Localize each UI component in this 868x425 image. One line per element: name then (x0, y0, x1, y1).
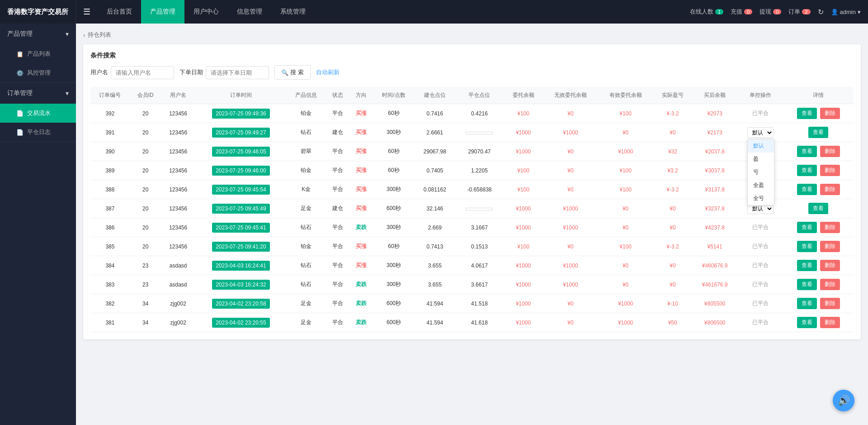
view-button[interactable]: 查看 (797, 108, 817, 119)
sidebar-header-order[interactable]: 订单管理 ▾ (0, 83, 76, 104)
view-button[interactable]: 查看 (797, 146, 817, 157)
view-button[interactable]: 查看 (808, 127, 828, 138)
table-row: 382 34 zjg002 2023-04-02 23:20:58 足金 平合 … (90, 294, 854, 313)
cell-detail: 查看 删除 (783, 104, 854, 123)
cell-detail: 查看 删除 (783, 294, 854, 313)
cell-after-balance: ¥460676.9 (692, 256, 737, 275)
cell-username: asdasd (161, 275, 195, 294)
cell-order-time: 2023-04-03 16:24:32 (195, 275, 287, 294)
nav-item-home[interactable]: 后台首页 (98, 0, 141, 24)
view-button[interactable]: 查看 (797, 241, 817, 252)
nav-item-info[interactable]: 信息管理 (228, 0, 271, 24)
sidebar-item-risk[interactable]: ⚙️ 风控管理 (0, 63, 76, 82)
op-select[interactable]: 默认盈亏全盈全亏 (747, 127, 774, 138)
single-op-dropdown[interactable]: 默认盈亏全盈全亏 (747, 139, 774, 205)
cell-valid-delegate: ¥0 (598, 123, 653, 142)
delete-button[interactable]: 删除 (820, 260, 840, 271)
date-input[interactable] (206, 66, 269, 79)
username-input[interactable] (111, 66, 174, 79)
cell-direction: 买涨 (349, 237, 373, 256)
cell-order-no: 389 (90, 161, 130, 180)
cell-delegate: ¥1000 (504, 313, 543, 332)
cell-username: zjg002 (161, 294, 195, 313)
delete-button[interactable]: 删除 (820, 317, 840, 328)
cell-order-time: 2023-07-25 09:46:05 (195, 142, 287, 161)
cell-member-id: 20 (130, 237, 161, 256)
sidebar-item-product-list[interactable]: 📋 产品列表 (0, 44, 76, 63)
cell-order-time: 2023-04-02 23:20:58 (195, 294, 287, 313)
view-button[interactable]: 查看 (797, 184, 817, 195)
float-sound-button[interactable]: 🔊 (833, 390, 854, 411)
search-row: 用户名 下单日期 🔍 搜 索 自动刷新 (90, 65, 854, 80)
cell-time-points: 600秒 (373, 313, 415, 332)
dropdown-item[interactable]: 盈 (748, 153, 774, 166)
cell-product: 铂金 (287, 104, 326, 123)
delete-button[interactable]: 删除 (820, 146, 840, 157)
cell-op[interactable]: 已平合 (737, 256, 783, 275)
cell-delegate: ¥1000 (504, 142, 543, 161)
dropdown-item[interactable]: 亏 (748, 166, 774, 179)
view-button[interactable]: 查看 (808, 203, 828, 214)
th-valid-delegate: 有效委托余额 (598, 87, 653, 104)
menu-toggle-icon[interactable]: ☰ (76, 7, 98, 17)
cell-invalid-delegate: ¥0 (543, 294, 598, 313)
cell-product: 足金 (287, 199, 326, 218)
th-detail: 详情 (783, 87, 854, 104)
cell-profit: ¥-3.2 (653, 237, 692, 256)
cell-op[interactable]: 已平合 (737, 237, 783, 256)
delete-button[interactable]: 删除 (820, 298, 840, 309)
dropdown-item[interactable]: 全盈 (748, 179, 774, 192)
view-button[interactable]: 查看 (797, 317, 817, 328)
cell-valid-delegate: ¥1000 (598, 142, 653, 161)
search-button[interactable]: 🔍 搜 索 (274, 65, 311, 80)
cell-direction: 买涨 (349, 123, 373, 142)
cell-username: 123456 (161, 199, 195, 218)
nav-item-system[interactable]: 系统管理 (271, 0, 315, 24)
cell-op[interactable]: 已平合 (737, 294, 783, 313)
cell-delegate: ¥1000 (504, 218, 543, 237)
auto-refresh-button[interactable]: 自动刷新 (316, 68, 340, 76)
cell-order-no: 387 (90, 199, 130, 218)
delete-button[interactable]: 删除 (820, 165, 840, 176)
cell-op[interactable]: 已平合 (737, 313, 783, 332)
cell-order-time: 2023-07-25 09:49:27 (195, 123, 287, 142)
delete-button[interactable]: 删除 (820, 108, 840, 119)
cell-open-pos: 41.594 (415, 294, 455, 313)
cell-detail: 查看 (783, 199, 854, 218)
table-row: 391 20 123456 2023-07-25 09:49:27 钻石 建仓 … (90, 123, 854, 142)
nav-item-user[interactable]: 用户中心 (184, 0, 228, 24)
view-button[interactable]: 查看 (797, 279, 817, 290)
sidebar-item-trade-flow[interactable]: 📄 交易流水 (0, 104, 76, 123)
cell-op[interactable]: 已平合 (737, 218, 783, 237)
refresh-icon[interactable]: ↻ (818, 8, 824, 16)
nav-item-product[interactable]: 产品管理 (141, 0, 184, 24)
cell-valid-delegate: ¥0 (598, 275, 653, 294)
cell-op[interactable]: 已平合 (737, 104, 783, 123)
dropdown-item[interactable]: 默认 (748, 139, 774, 153)
cell-invalid-delegate: ¥1000 (543, 199, 598, 218)
cell-status: 平合 (326, 104, 349, 123)
view-button[interactable]: 查看 (797, 165, 817, 176)
user-admin[interactable]: 👤 admin ▾ (831, 9, 861, 15)
dropdown-item[interactable]: 全亏 (748, 192, 774, 205)
cell-open-pos: 2.669 (415, 218, 455, 237)
main-content: › 持仓列表 条件搜索 用户名 下单日期 🔍 搜 索 自动刷新 (76, 24, 868, 425)
delete-button[interactable]: 删除 (820, 241, 840, 252)
cell-order-no: 381 (90, 313, 130, 332)
view-button[interactable]: 查看 (797, 260, 817, 271)
th-direction: 方向 (349, 87, 373, 104)
cell-detail: 查看 删除 (783, 180, 854, 199)
cell-valid-delegate: ¥100 (598, 161, 653, 180)
cell-member-id: 23 (130, 256, 161, 275)
cell-after-balance: ¥4237.8 (692, 218, 737, 237)
cell-op[interactable]: 已平合 (737, 275, 783, 294)
delete-button[interactable]: 删除 (820, 184, 840, 195)
sidebar-header-product[interactable]: 产品管理 ▾ (0, 24, 76, 44)
sidebar-item-close-log[interactable]: 📄 平仓日志 (0, 123, 76, 142)
view-button[interactable]: 查看 (797, 222, 817, 233)
view-button[interactable]: 查看 (797, 298, 817, 309)
th-profit: 实际盈亏 (653, 87, 692, 104)
delete-button[interactable]: 删除 (820, 222, 840, 233)
delete-button[interactable]: 删除 (820, 279, 840, 290)
th-member-id: 会员ID (130, 87, 161, 104)
